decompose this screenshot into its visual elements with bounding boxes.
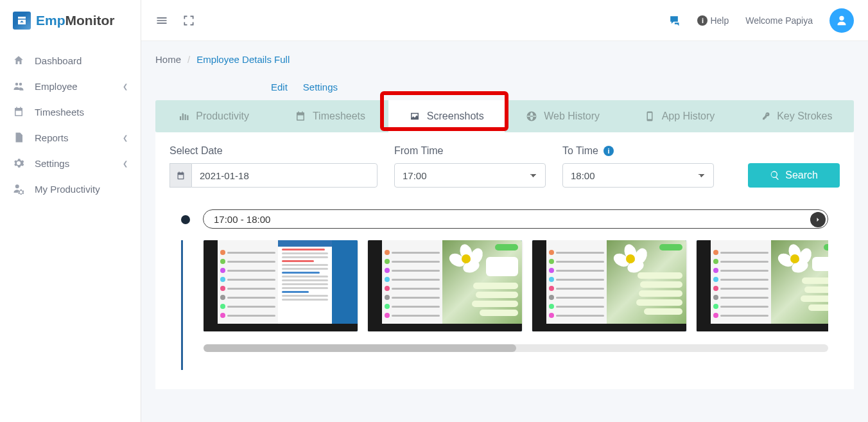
tab-app-history[interactable]: App History xyxy=(621,100,737,132)
logo-icon xyxy=(13,12,31,30)
breadcrumb-current[interactable]: Employee Details Full xyxy=(196,54,290,65)
sidebar-item-timesheets[interactable]: Timesheets xyxy=(0,99,141,125)
tab-timesheets[interactable]: Timesheets xyxy=(272,100,388,132)
timeline-range-pill: 17:00 - 18:00 xyxy=(203,209,828,229)
nav-list: Dashboard Employee ❮ Timesheets Reports … xyxy=(0,48,141,202)
to-time-select[interactable]: 18:00 xyxy=(562,163,714,188)
search-button[interactable]: Search xyxy=(748,163,840,188)
field-select-date: Select Date xyxy=(169,145,378,188)
sidebar-item-label: Settings xyxy=(35,158,69,169)
sidebar-item-my-productivity[interactable]: My Productivity xyxy=(0,176,141,202)
settings-link[interactable]: Settings xyxy=(303,82,338,92)
sidebar: EmpMonitor Dashboard Employee ❮ Timeshee… xyxy=(0,0,141,422)
fullscreen-icon[interactable] xyxy=(182,14,195,27)
sidebar-item-label: Dashboard xyxy=(35,55,82,66)
topbar: i Help Welcome Papiya xyxy=(141,0,868,41)
sidebar-item-label: Reports xyxy=(35,132,69,143)
timeline-next-button[interactable] xyxy=(810,212,826,227)
sidebar-item-settings[interactable]: Settings ❮ xyxy=(0,150,141,176)
chevron-left-icon: ❮ xyxy=(123,134,128,141)
horizontal-scrollbar[interactable] xyxy=(204,344,828,352)
sidebar-item-dashboard[interactable]: Dashboard xyxy=(0,48,141,73)
main-area: i Help Welcome Papiya Home / Employee De… xyxy=(141,0,868,422)
breadcrumb-home[interactable]: Home xyxy=(155,54,181,65)
timeline: 17:00 - 18:00 xyxy=(169,188,840,376)
document-icon xyxy=(13,132,24,143)
user-gear-icon xyxy=(13,183,24,195)
screenshot-thumb[interactable] xyxy=(204,240,358,331)
help-link[interactable]: i Help xyxy=(697,15,729,26)
home-icon xyxy=(13,55,24,66)
edit-link[interactable]: Edit xyxy=(271,82,288,92)
screenshot-thumb[interactable] xyxy=(697,240,828,331)
sidebar-item-label: My Productivity xyxy=(35,184,100,195)
tab-web-history[interactable]: Web History xyxy=(505,100,621,132)
screenshot-thumb[interactable] xyxy=(368,240,522,331)
avatar[interactable] xyxy=(829,8,854,33)
users-icon xyxy=(13,80,24,92)
field-from-time: From Time 17:00 xyxy=(394,145,546,188)
sidebar-item-label: Employee xyxy=(35,81,78,92)
info-icon[interactable]: i xyxy=(603,146,614,156)
info-icon: i xyxy=(697,15,707,26)
from-time-select[interactable]: 17:00 xyxy=(394,163,546,188)
screenshot-strip xyxy=(204,240,828,331)
sidebar-item-label: Timesheets xyxy=(35,107,84,118)
chevron-left-icon: ❮ xyxy=(123,83,128,90)
sidebar-item-reports[interactable]: Reports ❮ xyxy=(0,125,141,150)
calendar-icon xyxy=(13,106,24,118)
calendar-icon[interactable] xyxy=(169,163,191,188)
sidebar-item-employee[interactable]: Employee ❮ xyxy=(0,73,141,99)
filter-card: Select Date From Time 17:00 To Timei xyxy=(155,132,854,389)
content: Home / Employee Details Full Edit Settin… xyxy=(141,41,868,422)
search-icon xyxy=(770,170,780,180)
date-input[interactable] xyxy=(191,163,378,188)
logo[interactable]: EmpMonitor xyxy=(0,0,141,41)
gear-icon xyxy=(13,157,24,169)
screenshot-thumb[interactable] xyxy=(532,240,686,331)
welcome-text: Welcome Papiya xyxy=(745,15,813,26)
tab-key-strokes[interactable]: Key Strokes xyxy=(738,100,854,132)
support-icon[interactable] xyxy=(668,14,681,27)
action-links: Edit Settings xyxy=(155,82,854,92)
breadcrumb: Home / Employee Details Full xyxy=(155,54,854,65)
menu-toggle-icon[interactable] xyxy=(155,14,168,27)
field-to-time: To Timei 18:00 xyxy=(562,145,714,188)
chevron-left-icon: ❮ xyxy=(123,160,128,167)
timeline-dot xyxy=(181,215,190,224)
field-search: Search xyxy=(748,163,840,188)
tab-productivity[interactable]: Productivity xyxy=(155,100,272,132)
tabs: Productivity Timesheets Screenshots Web … xyxy=(155,100,854,132)
tab-screenshots[interactable]: Screenshots xyxy=(388,100,505,132)
logo-text: EmpMonitor xyxy=(36,13,115,28)
